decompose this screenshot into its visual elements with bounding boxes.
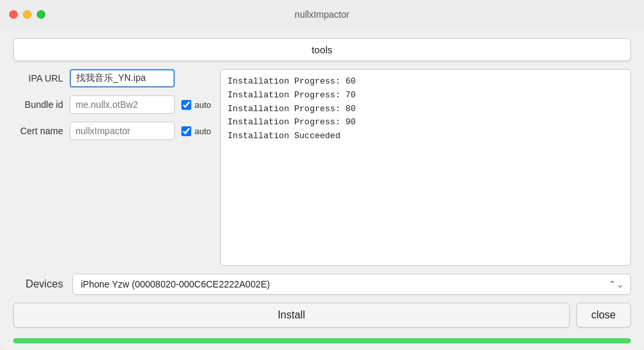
traffic-lights (9, 11, 45, 19)
bundle-id-row: Bundle id auto (13, 95, 211, 114)
progress-bar-fill (13, 338, 631, 343)
minimize-traffic-light[interactable] (23, 11, 32, 19)
bundle-id-input[interactable] (70, 95, 175, 114)
app-window: nullxImpactor tools IPA URL Bundle id (0, 0, 644, 350)
bundle-id-auto-row: auto (181, 100, 211, 110)
close-traffic-light[interactable] (9, 11, 18, 19)
cert-name-input[interactable] (70, 122, 175, 140)
form-area: IPA URL Bundle id auto Cert (13, 69, 211, 266)
close-button[interactable]: close (576, 303, 631, 328)
bundle-id-auto-checkbox-wrapper (181, 100, 191, 110)
log-area: Installation Progress: 60 Installation P… (220, 69, 631, 266)
ipa-url-row: IPA URL (13, 69, 211, 88)
devices-label: Devices (13, 278, 63, 290)
tools-button[interactable]: tools (13, 38, 631, 61)
bundle-id-label: Bundle id (13, 99, 63, 110)
devices-select-wrapper: iPhone Yzw (00008020-000C6CE2222A002E) ⌃… (72, 274, 631, 295)
cert-name-auto-checkbox-wrapper (181, 126, 191, 136)
devices-select[interactable]: iPhone Yzw (00008020-000C6CE2222A002E) (72, 274, 631, 295)
ipa-url-label: IPA URL (13, 73, 63, 84)
ipa-url-input[interactable] (70, 69, 175, 88)
title-bar: nullxImpactor (0, 0, 644, 29)
devices-row: Devices iPhone Yzw (00008020-000C6CE2222… (13, 274, 631, 295)
cert-name-row: Cert name auto (13, 122, 211, 140)
middle-section: IPA URL Bundle id auto Cert (13, 69, 631, 266)
bottom-row: Install close (13, 303, 631, 328)
maximize-traffic-light[interactable] (37, 11, 45, 19)
progress-bar-track (13, 338, 631, 343)
bundle-id-auto-label: auto (195, 100, 211, 110)
cert-name-label: Cert name (13, 126, 63, 136)
cert-name-auto-checkbox[interactable] (181, 126, 191, 136)
content-area: tools IPA URL Bundle id (0, 29, 644, 350)
cert-name-auto-label: auto (195, 126, 211, 136)
install-button[interactable]: Install (13, 303, 570, 328)
cert-name-auto-row: auto (181, 126, 211, 136)
window-title: nullxImpactor (294, 9, 349, 20)
bundle-id-auto-checkbox[interactable] (181, 100, 191, 110)
